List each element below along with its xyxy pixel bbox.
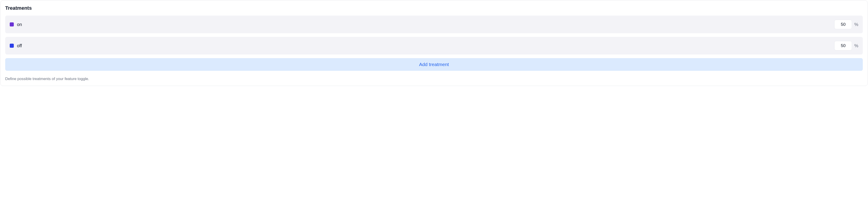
treatment-row-right: % — [834, 41, 858, 50]
panel-title: Treatments — [5, 5, 863, 11]
treatments-panel: Treatments on % off % Add treatment Defi… — [0, 0, 868, 86]
percent-sign: % — [854, 22, 858, 27]
treatment-row-left: off — [10, 43, 834, 48]
treatment-color-swatch[interactable] — [10, 44, 14, 48]
panel-help-text: Define possible treatments of your featu… — [5, 77, 863, 81]
percent-sign: % — [854, 43, 858, 48]
treatment-color-swatch[interactable] — [10, 22, 14, 26]
treatment-row-left: on — [10, 22, 834, 27]
treatment-percentage-input[interactable] — [834, 41, 852, 50]
treatment-row: on % — [5, 16, 863, 33]
treatment-label: on — [17, 22, 22, 27]
treatment-label: off — [17, 43, 22, 48]
treatment-percentage-input[interactable] — [834, 20, 852, 29]
treatment-row: off % — [5, 37, 863, 55]
treatment-row-right: % — [834, 20, 858, 29]
add-treatment-button[interactable]: Add treatment — [5, 58, 863, 71]
